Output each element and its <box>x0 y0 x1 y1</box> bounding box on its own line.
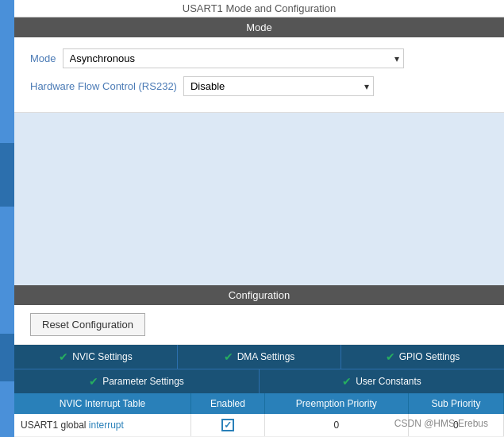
col-nvic-interrupt: NVIC Interrupt Table <box>14 393 191 414</box>
enabled-cell <box>191 414 265 437</box>
preemption-cell: 0 <box>264 414 408 437</box>
mode-form: Mode Asynchronous Hardware Flow Control … <box>14 37 504 113</box>
page-title: USART1 Mode and Configuration <box>14 0 504 17</box>
content-area: USART1 Mode and Configuration Mode Mode … <box>14 0 504 437</box>
tab-dma-settings[interactable]: ✔ DMA Settings <box>178 345 341 369</box>
mode-select-wrapper[interactable]: Asynchronous <box>63 48 404 68</box>
dma-settings-label: DMA Settings <box>237 351 295 362</box>
gpio-settings-label: GPIO Settings <box>399 351 460 362</box>
col-sub-priority: Sub Priority <box>408 393 503 414</box>
sidebar-accent-1 <box>0 143 14 207</box>
user-constants-check-icon: ✔ <box>342 375 352 388</box>
reset-btn-area: Reset Configuration <box>14 305 504 345</box>
hw-label: Hardware Flow Control (RS232) <box>30 80 177 92</box>
interrupt-name-prefix: USART1 global <box>21 420 89 431</box>
tab-parameter-settings[interactable]: ✔ Parameter Settings <box>14 369 260 393</box>
col-enabled: Enabled <box>191 393 265 414</box>
spacer <box>14 113 504 285</box>
mode-section-header: Mode <box>14 17 504 37</box>
tabs-row-2: ✔ Parameter Settings ✔ User Constants <box>14 369 504 393</box>
interrupt-name-cell: USART1 global interrupt <box>14 414 191 437</box>
mode-select[interactable]: Asynchronous <box>63 48 404 68</box>
nvic-check-icon: ✔ <box>59 350 68 363</box>
user-constants-label: User Constants <box>356 376 421 387</box>
mode-label: Mode <box>30 52 56 64</box>
tab-nvic-settings[interactable]: ✔ NVIC Settings <box>14 345 178 369</box>
config-section-header: Configuration <box>14 285 504 305</box>
nvic-settings-label: NVIC Settings <box>72 351 132 362</box>
sidebar-accent-2 <box>0 334 14 381</box>
hw-flow-row: Hardware Flow Control (RS232) Disable <box>30 76 488 96</box>
tab-gpio-settings[interactable]: ✔ GPIO Settings <box>341 345 504 369</box>
tabs-row-1: ✔ NVIC Settings ✔ DMA Settings ✔ GPIO Se… <box>14 345 504 369</box>
gpio-check-icon: ✔ <box>386 350 395 363</box>
hw-select-wrapper[interactable]: Disable <box>183 76 374 96</box>
footer-credit: CSDN @HMS-Erebus <box>394 418 488 429</box>
parameter-settings-label: Parameter Settings <box>102 376 184 387</box>
left-sidebar <box>0 0 14 437</box>
tab-user-constants[interactable]: ✔ User Constants <box>260 369 504 393</box>
interrupt-name-blue: interrupt <box>89 420 124 431</box>
interrupt-table-area: NVIC Interrupt Table Enabled Preemption … <box>14 393 504 437</box>
param-check-icon: ✔ <box>89 375 98 388</box>
page-title-text: USART1 Mode and Configuration <box>183 2 336 14</box>
preemption-value: 0 <box>333 420 339 431</box>
col-preemption-priority: Preemption Priority <box>264 393 408 414</box>
interrupt-table: NVIC Interrupt Table Enabled Preemption … <box>14 393 504 437</box>
hw-select[interactable]: Disable <box>183 76 374 96</box>
reset-configuration-button[interactable]: Reset Configuration <box>30 313 145 336</box>
enabled-checkbox[interactable] <box>221 419 234 431</box>
dma-check-icon: ✔ <box>224 350 233 363</box>
mode-row: Mode Asynchronous <box>30 48 488 68</box>
